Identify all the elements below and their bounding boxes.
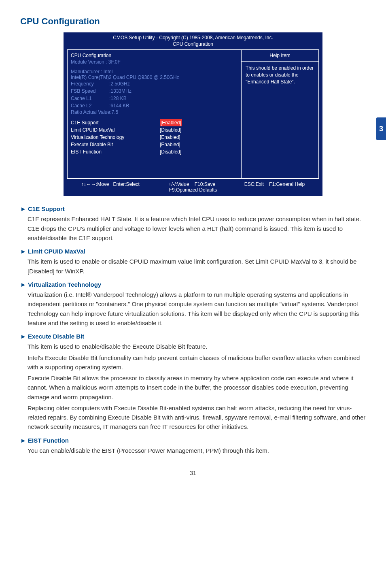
bios-module-version: Module Version : 3F.0F: [71, 59, 238, 65]
bios-info-row: FSB Speed:1333MHz: [71, 87, 238, 95]
bios-help-header: Help Item: [242, 50, 318, 62]
bios-screenshot: CMOS Setup Utility - Copyright (C) 1985-…: [64, 32, 322, 196]
body-text: ► C1E SupportC1E represents Enhanced HAL…: [20, 204, 366, 455]
item-paragraph: Execute Disable Bit allows the processor…: [28, 373, 366, 402]
bios-left-pane: CPU Configuration Module Version : 3F.0F…: [68, 50, 242, 178]
bios-body: CPU Configuration Module Version : 3F.0F…: [67, 49, 319, 179]
bios-info-row: Frequency:2.50GHz: [71, 80, 238, 87]
item-paragraph: This item is used to enable/disable the …: [28, 342, 366, 351]
side-tab: 3: [376, 117, 386, 140]
bios-ratio: Ratio Actual Value:7.5: [71, 109, 238, 115]
bios-option-row: EIST Function[Disabled]: [71, 148, 238, 156]
item-heading: ► Virtualization Technology: [20, 280, 366, 289]
bios-option-row: Execute Disable Bit[Enabled]: [71, 141, 238, 148]
bios-right-pane: Help Item This should be enabled in orde…: [242, 50, 318, 178]
bios-cpu-line: Intel(R) Core(TM)2 Quad CPU Q9300 @ 2.50…: [71, 75, 238, 80]
footer-defaults: F9:Optimized Defaults: [67, 187, 319, 193]
footer-exit: ESC:Exit F1:General Help: [244, 181, 305, 187]
item-paragraph: Replacing older computers with Execute D…: [28, 403, 366, 432]
bios-title-line1: CMOS Setup Utility - Copyright (C) 1985-…: [64, 32, 322, 41]
page-number: 31: [20, 470, 366, 476]
bios-option-row: Limit CPUID MaxVal[Disabled]: [71, 126, 238, 134]
item-heading: ► Limit CPUID MaxVal: [20, 247, 366, 256]
bios-info-row: Cache L1:128 KB: [71, 95, 238, 102]
item-heading: ► Execute Disable Bit: [20, 332, 366, 341]
bios-footer: ↑↓←→:Move Enter:Select +/-/:Value F10:Sa…: [64, 179, 322, 196]
item-heading: ► C1E Support: [20, 204, 366, 213]
bios-help-body: This should be enabled in order to enabl…: [242, 62, 318, 88]
section-title: CPU Configuration: [20, 16, 366, 27]
bios-info-row: Cache L2:6144 KB: [71, 102, 238, 109]
item-paragraph: This item is used to enable or disable C…: [28, 257, 366, 276]
bios-title-line2: CPU Configuration: [64, 41, 322, 49]
item-heading: ► EIST Function: [20, 436, 366, 445]
footer-value: +/-/:Value F10:Save: [169, 181, 216, 187]
bios-manufacturer: Manufacturer : Intel: [71, 69, 238, 75]
item-paragraph: C1E represents Enhanced HALT State. It i…: [28, 214, 366, 243]
bios-option-row: C1E Support[Enabled]: [71, 119, 238, 126]
item-paragraph: Virtualization (i.e. Intel® Vanderpool T…: [28, 290, 366, 328]
item-paragraph: You can enable/disable the EIST (Process…: [28, 446, 366, 455]
bios-left-header: CPU Configuration: [71, 53, 238, 58]
item-paragraph: Intel's Execute Disable Bit functionalit…: [28, 353, 366, 372]
bios-option-row: Virtualization Technology[Enabled]: [71, 134, 238, 141]
footer-move: ↑↓←→:Move Enter:Select: [81, 181, 140, 187]
